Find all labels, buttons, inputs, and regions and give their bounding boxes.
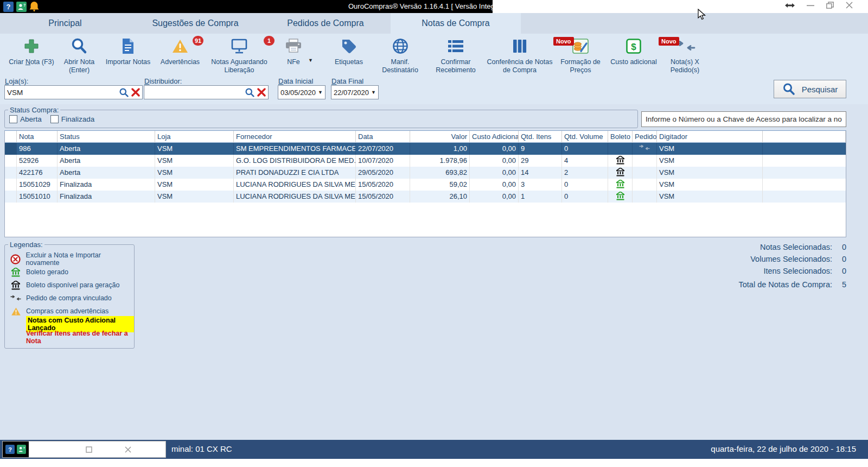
toolbar: Criar Nota (F3) Abrir Nota (Enter) Impor…	[0, 34, 868, 76]
data-inicial-select[interactable]: 03/05/2020▼	[278, 85, 326, 99]
data-final-select[interactable]: 22/07/2020▼	[331, 85, 379, 99]
table-row[interactable]: 15051029 Finalizada VSM LUCIANA RODRIGUE…	[5, 179, 846, 191]
col-qtd-itens[interactable]: Qtd. Itens	[519, 131, 562, 143]
document-icon	[102, 35, 154, 58]
tab-sugestoes-de-compra[interactable]: Sugestões de Compra	[130, 13, 260, 34]
mini-maximize-icon[interactable]	[86, 446, 92, 453]
loja-input[interactable]	[7, 89, 119, 97]
col-qtd-volume[interactable]: Qtd. Volume	[562, 131, 608, 143]
col-valor[interactable]: Valor	[410, 131, 470, 143]
nfe-button[interactable]: NFe	[275, 35, 312, 66]
table-row[interactable]: 52926 Aberta VSM G.O. LOG DISTRIBUIDORA …	[5, 155, 846, 167]
status-bar: ? ? minal: 01 CX RC quarta-feira, 22 de …	[0, 440, 868, 459]
checkbox-aberta[interactable]: Aberta	[9, 115, 42, 123]
legend-box: Legendas: Excluir a Nota e Importar nova…	[4, 244, 135, 349]
col-loja[interactable]: Loja	[155, 131, 234, 143]
support-person-icon[interactable]: ?	[16, 2, 27, 12]
col-status[interactable]: Status	[58, 131, 155, 143]
col-nota[interactable]: Nota	[17, 131, 58, 143]
importar-notas-button[interactable]: Importar Notas	[102, 35, 154, 66]
legend-item: Boleto disponível para geração	[5, 279, 134, 292]
criar-nota-button[interactable]: Criar Nota (F3)	[4, 35, 59, 66]
distribuidor-input-box	[144, 85, 269, 99]
col-pedido[interactable]: Pedido	[633, 131, 657, 143]
col-boleto[interactable]: Boleto	[608, 131, 633, 143]
col-fornecedor[interactable]: Fornecedor	[234, 131, 356, 143]
bank-black-icon	[10, 281, 21, 290]
legend-item: Excluir a Nota e Importar novamente	[5, 253, 134, 266]
summary-line: Itens Selecionados:0	[763, 267, 846, 275]
checkbox-aberta-box[interactable]	[9, 115, 17, 123]
checkbox-finalizada[interactable]: Finalizada	[50, 115, 95, 123]
linked-order-icon	[10, 294, 21, 302]
checkbox-finalizada-box[interactable]	[50, 115, 59, 123]
bank-black-icon	[608, 155, 633, 167]
table-row[interactable]: 986 Aberta VSM SM EMPREENDIMENTOS FARMAC…	[5, 143, 846, 155]
confirmar-recebimento-button[interactable]: Confirmar Recebimento	[429, 35, 483, 74]
col-custo-adicional[interactable]: Custo Adicional	[470, 131, 519, 143]
nfe-dropdown-arrow[interactable]: ▼	[308, 58, 313, 63]
bank-green-icon	[10, 268, 21, 277]
formacao-novo-badge: Novo	[553, 37, 574, 46]
tab-principal[interactable]: Principal	[0, 13, 130, 34]
aguardando-badge: 1	[264, 36, 275, 46]
legend-item: Verificar Itens antes de fechar a Nota	[5, 331, 134, 344]
close-icon[interactable]	[846, 2, 853, 9]
help-icon[interactable]: ?	[5, 445, 15, 454]
bank-green-icon	[608, 191, 633, 203]
bank-black-icon	[608, 167, 633, 179]
advertencias-badge: 91	[193, 36, 203, 46]
summary-line: Notas Selecionadas:0	[760, 243, 846, 251]
legend-item: Notas com Custo Adicional Lançado	[5, 318, 134, 331]
terminal-text: minal: 01 CX RC	[171, 444, 232, 453]
resize-horizontal-icon[interactable]	[785, 2, 795, 9]
bell-icon[interactable]	[29, 1, 39, 12]
col-data[interactable]: Data	[356, 131, 410, 143]
note-search-input[interactable]	[646, 115, 842, 123]
linked-order-icon	[633, 143, 657, 155]
loja-clear-icon[interactable]	[131, 88, 140, 97]
table-row[interactable]: 422176 Aberta VSM PRATI DONADUZZI E CIA …	[5, 167, 846, 179]
title-bar: ? ? OuroCompras® Versão 1.16.4.1 [ Versã…	[0, 0, 868, 13]
notas-x-pedidos-novo-badge: Novo	[659, 37, 679, 46]
magnifier-icon	[58, 35, 101, 58]
support-person-icon[interactable]: ?	[17, 445, 26, 454]
notes-table: Nota Status Loja Fornecedor Data Valor C…	[4, 130, 846, 237]
minimize-icon[interactable]	[807, 2, 814, 9]
custo-adicional-button[interactable]: $ Custo adicional	[608, 35, 660, 66]
datetime-text: quarta-feira, 22 de julho de 2020 - 18:1…	[711, 444, 856, 453]
monitor-icon	[205, 35, 273, 58]
table-row[interactable]: 15051010 Finalizada VSM LUCIANA RODRIGUE…	[5, 191, 846, 203]
content-area: Status Compra: Aberta Finalizada Nota St…	[0, 104, 868, 440]
data-final-caret-icon: ▼	[371, 90, 376, 95]
tab-notas-de-compra[interactable]: Notas de Compra	[391, 13, 521, 34]
pesquisar-button[interactable]: Pesquisar	[774, 80, 846, 98]
distribuidor-input[interactable]	[146, 89, 245, 97]
loja-search-icon[interactable]	[119, 87, 129, 98]
loja-label: Loja(s):	[5, 77, 28, 85]
dollar-icon: $	[608, 35, 660, 58]
tab-bar: Principal Sugestões de Compra Pedidos de…	[0, 13, 868, 34]
list-icon	[429, 35, 483, 58]
manif-destinatario-button[interactable]: Manif. Destinatário	[374, 35, 426, 74]
distribuidor-clear-icon[interactable]	[257, 88, 266, 97]
restore-icon[interactable]	[826, 2, 834, 9]
legend-item: Boleto gerado	[5, 266, 134, 279]
help-icon[interactable]: ?	[3, 2, 14, 12]
distribuidor-search-icon[interactable]	[245, 87, 255, 98]
printer-icon	[275, 35, 312, 58]
mouse-cursor	[698, 9, 706, 21]
warning-icon	[10, 307, 21, 316]
table-header-row: Nota Status Loja Fornecedor Data Valor C…	[5, 131, 846, 143]
tab-pedidos-de-compra[interactable]: Pedidos de Compra	[260, 13, 391, 34]
mini-window-icons: ? ?	[3, 441, 29, 457]
conferencia-notas-button[interactable]: Conferência de Notas de Compra	[486, 35, 554, 74]
window-title: OuroCompras® Versão 1.16.4.1 [ Versão In…	[348, 2, 513, 10]
abrir-nota-button[interactable]: Abrir Nota (Enter)	[58, 35, 101, 74]
note-search-box	[641, 111, 846, 127]
etiquetas-button[interactable]: Etiquetas	[326, 35, 372, 66]
mini-window: ? ?	[2, 441, 166, 458]
loja-input-box	[4, 85, 143, 99]
col-digitador[interactable]: Digitador	[657, 131, 763, 143]
mini-close-icon[interactable]	[125, 446, 131, 453]
